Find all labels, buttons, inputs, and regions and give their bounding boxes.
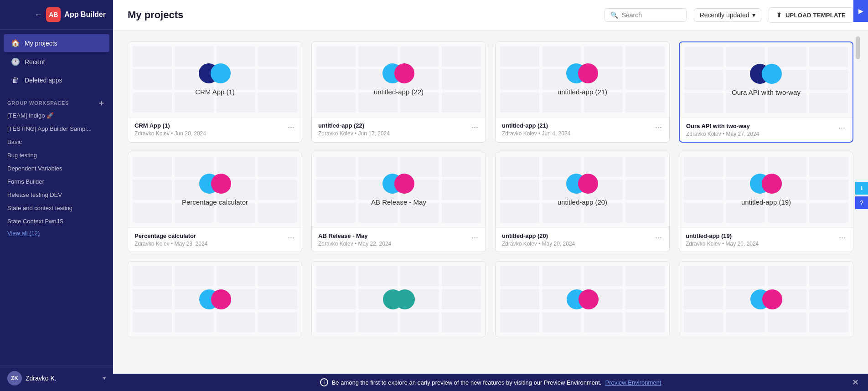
search-box[interactable]: 🔍: [604, 8, 687, 22]
user-profile[interactable]: ZK Zdravko K. ▾: [0, 365, 113, 391]
search-input[interactable]: [622, 11, 677, 19]
sidebar-item-my-projects[interactable]: 🏠 My projects: [4, 34, 109, 52]
preview-element: [809, 312, 848, 332]
app-icon: [750, 64, 782, 84]
preview-element: [684, 266, 723, 286]
card-text: Percentage calculator Zdravko Kolev • Ma…: [134, 232, 207, 247]
play-button[interactable]: ▶: [853, 0, 868, 22]
project-card-untitled-app-21[interactable]: untitled-app (21) untitled-app (21) Zdra…: [495, 41, 670, 143]
app-title: App Builder: [64, 10, 106, 19]
workspace-item-basic[interactable]: Basic: [0, 135, 113, 149]
preview-element: [726, 312, 765, 332]
workspace-item-state-context-pwnjs[interactable]: State Context PwnJS: [0, 215, 113, 228]
workspace-item-release-testing-dev[interactable]: Release testing DEV: [0, 188, 113, 201]
preview-element: [258, 157, 297, 177]
side-info-button[interactable]: ℹ: [855, 182, 868, 195]
project-card-percentage-calc[interactable]: Percentage calculator Percentage calcula…: [128, 152, 302, 252]
card-name: Percentage calculator: [134, 232, 207, 239]
card-meta: Zdravko Kolev • May 23, 2024: [134, 241, 207, 247]
notification-text: Be among the first to explore an early p…: [332, 379, 602, 386]
card-text: untitled-app (19) Zdravko Kolev • May 20…: [686, 232, 759, 247]
card-menu-button[interactable]: ···: [287, 122, 295, 132]
card-info: Percentage calculator Zdravko Kolev • Ma…: [128, 227, 302, 252]
add-workspace-button[interactable]: ＋: [97, 99, 106, 107]
project-card-untitled-app-22[interactable]: untitled-app (22) untitled-app (22) Zdra…: [311, 41, 486, 143]
project-card-oura-api[interactable]: EDITING Oura API with two-way Oura API w…: [679, 41, 853, 143]
card-menu-button[interactable]: ···: [470, 232, 479, 242]
upload-icon: ⬆: [776, 11, 782, 19]
card-menu-button[interactable]: ···: [837, 123, 846, 133]
app-icon-right: [762, 289, 782, 309]
card-menu-button[interactable]: ···: [654, 232, 663, 242]
app-icon: [382, 174, 414, 194]
sidebar-item-recent[interactable]: 🕐 Recent: [4, 53, 109, 71]
view-all-link[interactable]: View all (12): [0, 228, 113, 240]
workspace-item-team-indigo[interactable]: [TEAM] Indigo 🚀: [0, 109, 113, 122]
project-card-row3-3[interactable]: [495, 261, 670, 337]
app-icon-right: [211, 174, 231, 194]
preview-environment-link[interactable]: Preview Environment: [605, 379, 661, 386]
card-meta: Zdravko Kolev • Jun 17, 2024: [318, 130, 390, 137]
card-preview: Percentage calculator: [128, 152, 302, 227]
app-icon-right: [578, 63, 598, 83]
card-menu-button[interactable]: ···: [470, 122, 479, 132]
preview-element: [809, 70, 848, 90]
project-card-untitled-app-20[interactable]: untitled-app (20) untitled-app (20) Zdra…: [495, 152, 670, 252]
sort-dropdown[interactable]: Recently updated ▾: [694, 8, 761, 22]
card-menu-button[interactable]: ···: [287, 232, 295, 242]
preview-element: [400, 312, 439, 332]
workspace-item-forms-builder[interactable]: Forms Builder: [0, 175, 113, 188]
project-card-ab-release-may[interactable]: AB Release - May AB Release - May Zdravk…: [311, 152, 486, 252]
preview-element: [133, 203, 172, 223]
preview-element: [442, 46, 481, 67]
preview-element: [442, 203, 481, 223]
card-preview: AB Release - May: [312, 152, 486, 227]
side-chat-button[interactable]: ?: [855, 196, 868, 209]
app-icon: [750, 289, 782, 309]
project-card-row3-2[interactable]: [311, 261, 486, 337]
card-text: AB Release - May Zdravko Kolev • May 22,…: [318, 232, 391, 247]
workspace-item-testing[interactable]: [TESTING] App Builder Sampl...: [0, 122, 113, 135]
app-icon: [566, 174, 598, 194]
card-menu-button[interactable]: ···: [838, 232, 847, 242]
scrollbar-thumb[interactable]: [856, 36, 860, 59]
workspace-item-bug-testing[interactable]: Bug testing: [0, 149, 113, 162]
back-button[interactable]: ←: [34, 10, 42, 20]
project-card-row3-1[interactable]: [128, 261, 302, 337]
info-icon: i: [320, 378, 328, 386]
sidebar-item-label: Deleted apps: [25, 77, 62, 84]
project-card-untitled-app-19[interactable]: untitled-app (19) untitled-app (19) Zdra…: [679, 152, 853, 252]
sidebar: ← AB App Builder 🏠 My projects 🕐 Recent …: [0, 0, 113, 391]
project-card-crm-app-1[interactable]: CRM App (1) CRM App (1) Zdravko Kolev • …: [128, 41, 302, 143]
upload-template-button[interactable]: ⬆ UPLOAD TEMPLATE: [769, 7, 853, 23]
card-meta: Zdravko Kolev • Jun 4, 2024: [502, 130, 570, 137]
card-menu-button[interactable]: ···: [654, 122, 663, 132]
preview-element: [684, 47, 723, 67]
preview-element: [258, 203, 297, 223]
preview-element: [316, 69, 356, 89]
scrollbar-track: [855, 36, 861, 173]
card-title: untitled-app (20): [558, 198, 607, 206]
preview-element: [133, 266, 172, 286]
preview-element: [625, 93, 665, 113]
preview-element: [809, 266, 848, 286]
app-icon: [199, 289, 231, 309]
preview-element: [625, 180, 665, 200]
workspace-item-state-context-testing[interactable]: State and context testing: [0, 201, 113, 215]
card-name: untitled-app (20): [502, 232, 575, 239]
preview-element: [217, 312, 256, 332]
close-notification-button[interactable]: ✕: [852, 377, 859, 387]
sort-label: Recently updated: [700, 11, 749, 19]
user-name: Zdravko K.: [26, 375, 99, 382]
card-info: untitled-app (22) Zdravko Kolev • Jun 17…: [312, 117, 486, 141]
preview-element: [500, 266, 539, 286]
workspace-item-dependent-variables[interactable]: Dependent Variables: [0, 162, 113, 175]
preview-element: [133, 46, 172, 67]
main-header: My projects 🔍 Recently updated ▾ ⬆ UPLOA…: [113, 0, 868, 31]
card-title: CRM App (1): [195, 88, 235, 96]
card-name: Oura API with two-way: [686, 123, 759, 129]
project-card-row3-4[interactable]: [679, 261, 853, 337]
sidebar-item-deleted-apps[interactable]: 🗑 Deleted apps: [4, 72, 109, 89]
card-text: untitled-app (22) Zdravko Kolev • Jun 17…: [318, 122, 390, 137]
card-title: untitled-app (22): [374, 88, 424, 96]
